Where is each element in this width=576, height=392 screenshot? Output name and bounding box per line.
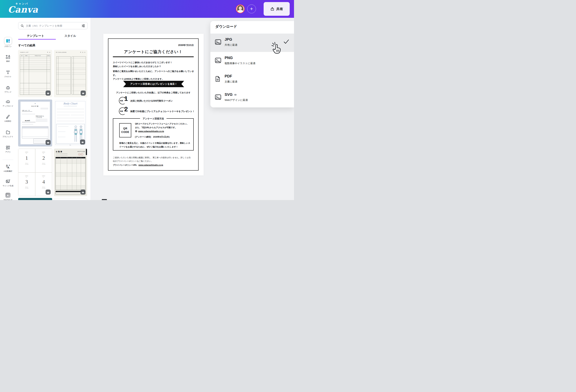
avatar-face <box>239 6 242 10</box>
checklist-table: DAYNAMETHINGS TO DODONE <box>20 55 51 95</box>
download-panel-title: ダウンロード <box>215 24 237 29</box>
image-icon <box>215 57 221 63</box>
shapes-icon <box>6 55 10 59</box>
doc-benefit-2: 特典 2 抽選で10名様にプレミアムチョコレートケーキをプレゼント！ <box>119 107 195 116</box>
invoice-phone: ✆ 123-456-7890 <box>36 117 42 118</box>
avatar[interactable] <box>236 4 245 13</box>
template-thumbnail-bodychart[interactable]: Body Chart <box>54 100 87 146</box>
method-instructions: QRコードからアンケートフォームへアクセスください。また、下記URLからもアクセ… <box>135 122 189 130</box>
template-thumbnail-invoice[interactable]: ❦ 御請求書 佐藤 ちあき 様 Bridal Jewelry Co. ✆ 123… <box>18 100 52 146</box>
doc-method-box: アンケート回答方法 QRCODE QRコードからアンケートフォームへアクセスくだ… <box>113 118 194 151</box>
method-url-row: www.subarashiisaito.co.jp <box>135 130 164 132</box>
sidebar-item-draw[interactable]: お絵描き <box>0 114 16 122</box>
brand-icon: co <box>6 85 10 90</box>
bottom-toolbar-edge <box>102 199 107 200</box>
method-deadline: [アンケート締切] 2030年8月1日(木) <box>135 136 170 138</box>
sidebar-item-design[interactable]: デザイン <box>0 37 16 48</box>
share-button[interactable]: 共有 <box>264 2 290 16</box>
invoice-items-table <box>22 126 48 138</box>
magic-image-icon <box>6 179 10 184</box>
template-thumbnail-attendance[interactable]: 出勤簿 2030 年 10 月度 令8 10 <box>54 149 87 196</box>
sidebar-item-magic-generate[interactable]: マジック生成 <box>0 179 16 187</box>
active-tab-underline <box>18 39 56 40</box>
share-button-label: 共有 <box>276 7 283 11</box>
pro-crown-icon <box>234 93 237 96</box>
search-input[interactable] <box>26 24 80 27</box>
pro-crown-badge <box>46 90 51 96</box>
pro-crown-badge <box>81 190 86 195</box>
sidebar-item-apps[interactable]: アプリ <box>0 145 16 153</box>
doc-date: 2030年7月21日 <box>178 44 194 47</box>
results-heading: すべての結果 <box>18 44 35 47</box>
text-icon <box>6 70 10 75</box>
template-panel: テンプレート スタイル すべての結果 CHECK LIST 年 月 DAYNAM… <box>16 18 90 200</box>
sidebar-item-projects[interactable]: プロジェクト <box>0 130 16 138</box>
attendance-table <box>56 157 86 190</box>
download-option-png[interactable]: PNG 複数画像やイラストに最適 <box>210 52 294 70</box>
heygen-icon: ▶ <box>5 193 10 198</box>
image-icon <box>215 94 221 100</box>
search-box[interactable] <box>18 22 87 29</box>
folder-icon <box>6 130 10 135</box>
tab-styles[interactable]: スタイル <box>53 33 87 39</box>
download-option-jpg[interactable]: JPG 共有に最適 <box>210 33 294 52</box>
pro-crown-badge <box>81 90 86 96</box>
hand-cursor <box>271 42 281 54</box>
sidebar: デザイン 素材 テキスト <box>0 18 16 200</box>
survey-url-link[interactable]: www.subarashiisaito.co.jp <box>138 130 164 132</box>
doc-intro2: 皆様のご意見をお聞かせいただくために、アンケートへのご協力をお願いしています。ア… <box>113 69 198 81</box>
challenge-column <box>56 56 70 94</box>
share-icon <box>270 7 274 11</box>
search-icon <box>21 24 24 27</box>
canva-editor: キャンバ Canva + 共有 デザイン <box>0 0 294 200</box>
doc-privacy-url-row: プライバシーポリシーURLwww.subarashiisaito.co.jp <box>113 164 163 167</box>
template-thumbnail-tablenumbers[interactable]: tableno.1thank youfor coming tableno.2th… <box>18 149 52 196</box>
template-thumbnail-checklist[interactable]: CHECK LIST 年 月 DAYNAMETHINGS TO DODONE <box>18 50 52 97</box>
sidebar-item-brand[interactable]: co ブランド <box>0 85 16 93</box>
sidebar-item-uploads[interactable]: アップロード <box>0 99 16 108</box>
ornament-icon: ❦ <box>20 103 50 104</box>
template-thumbnail-partial[interactable] <box>18 198 52 200</box>
doc-title-rule <box>113 56 194 57</box>
doc-privacy-note: ご提供いただいた個人情報は厳重に管理し、第三者への提供は行いません。詳しくは当社… <box>113 156 191 163</box>
download-option-svg[interactable]: SVG Webデザインに最適 <box>210 89 294 107</box>
pen-icon <box>6 114 10 119</box>
privacy-url-link[interactable]: www.subarashiisaito.co.jp <box>139 164 163 166</box>
template-thumbnail-challenge[interactable]: 50 CHALLENGE 年 月 日 <box>54 50 87 97</box>
tab-templates[interactable]: テンプレート <box>18 33 53 39</box>
doc-ribbon-banner: アンケート回答者にはプレゼントを進呈！ <box>123 81 184 87</box>
pro-crown-badge <box>80 140 85 144</box>
globe-icon <box>135 130 137 132</box>
top-bar: キャンバ Canva + 共有 <box>0 0 294 18</box>
check-icon <box>284 39 289 44</box>
panel-tabs: テンプレート スタイル <box>18 33 87 39</box>
sidebar-item-elements[interactable]: 素材 <box>0 55 16 63</box>
doc-benefits-lead: アンケートにご回答いただいた方全員に、以下の特典をご用意しております <box>108 91 198 94</box>
filter-icon[interactable] <box>82 24 85 28</box>
add-member-button[interactable]: + <box>247 4 256 13</box>
method-box-title: アンケート回答方法 <box>140 117 167 120</box>
sidebar-item-ai-translate[interactable]: 文 A AI自動翻訳 <box>0 164 16 172</box>
logo-wordmark: Canva <box>8 6 36 13</box>
method-note: 皆様のご意見を元に、今後のイベントや商品の改善を行います。美味しいスイーツをお届… <box>119 141 190 149</box>
doc-benefit-1: 特典 1 次回ご利用いただける500円割引クーポン <box>119 96 173 106</box>
document-icon <box>215 76 221 82</box>
download-panel: ダウンロード JPG 共有に最適 <box>210 21 294 108</box>
translate-icon: 文 A <box>6 164 10 169</box>
download-option-pdf[interactable]: PDF 文書に最適 <box>210 70 294 89</box>
design-icon <box>4 37 12 44</box>
doc-title: アンケートにご協力ください！ <box>108 49 198 54</box>
apps-grid-icon <box>6 145 10 150</box>
invoice-sheet: ❦ 御請求書 佐藤 ちあき 様 Bridal Jewelry Co. ✆ 123… <box>20 102 50 144</box>
sidebar-item-heygen[interactable]: ▶ HeyGen AI <box>0 193 16 200</box>
template-thumbnail-partial[interactable] <box>54 198 87 200</box>
upload-cloud-icon <box>6 99 10 104</box>
pro-crown-badge <box>46 190 51 195</box>
svg-text:co: co <box>7 87 9 89</box>
sidebar-item-text[interactable]: テキスト <box>0 70 16 78</box>
document-page[interactable]: 2030年7月21日 アンケートにご協力ください！ スイーツイベントにご参加いた… <box>108 38 199 170</box>
challenge-column <box>72 56 86 94</box>
canva-logo[interactable]: キャンバ Canva <box>8 2 36 13</box>
avatar-body <box>237 10 243 13</box>
image-icon <box>215 39 221 45</box>
